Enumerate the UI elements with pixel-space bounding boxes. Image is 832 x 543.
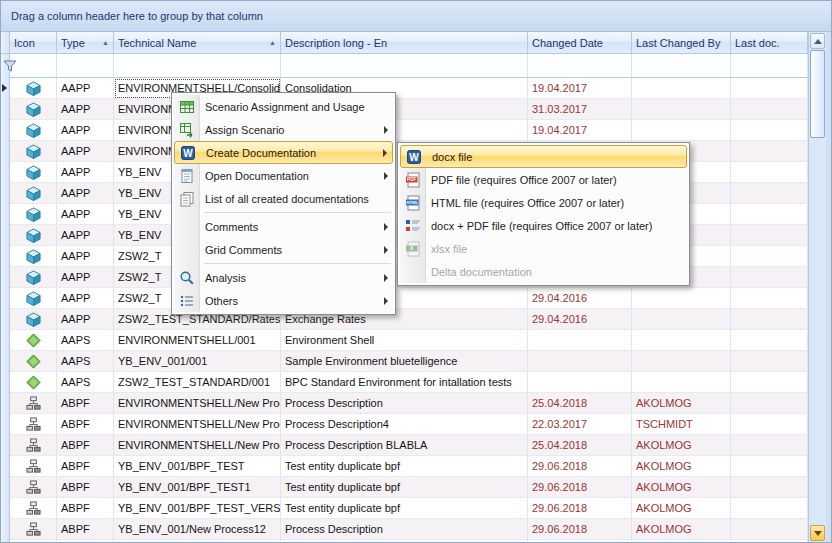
table-row[interactable]: ABPFENVIRONMENTSHELL/New Proc...Process … — [1, 435, 808, 456]
filter-cell-icon[interactable] — [10, 54, 57, 78]
cell-by[interactable] — [632, 330, 731, 351]
cell-type[interactable]: AAPP — [57, 267, 114, 288]
cell-icon[interactable] — [10, 141, 57, 162]
cell-doc[interactable] — [731, 78, 808, 99]
menu-item-assign-scenario[interactable]: Assign Scenario — [174, 118, 393, 141]
cell-by[interactable] — [632, 78, 731, 99]
column-header-changed-date[interactable]: Changed Date — [528, 32, 632, 54]
filter-cell-changed-date[interactable] — [528, 54, 632, 78]
cell-icon[interactable] — [10, 351, 57, 372]
menu-item-list-of-all-created-documentations[interactable]: List of all created documentations — [174, 187, 393, 210]
cell-type[interactable]: AAPP — [57, 288, 114, 309]
cell-icon[interactable] — [10, 78, 57, 99]
cell-name[interactable]: ENVIRONMENTSHELL/New Proc... — [114, 393, 281, 414]
cell-desc[interactable]: Environment Shell — [281, 330, 528, 351]
cell-doc[interactable] — [731, 498, 808, 519]
vertical-scrollbar[interactable] — [808, 32, 826, 542]
table-row[interactable]: ABPFYB_ENV_001/BPF_TESTTest entity dupli… — [1, 456, 808, 477]
column-header-description-long-en[interactable]: Description long - En — [281, 32, 528, 54]
cell-type[interactable]: AAPP — [57, 78, 114, 99]
menu-item-others[interactable]: Others — [174, 289, 393, 312]
cell-by[interactable] — [632, 120, 731, 141]
cell-desc[interactable]: Process Description BLABLA — [281, 435, 528, 456]
cell-doc[interactable] — [731, 456, 808, 477]
cell-icon[interactable] — [10, 309, 57, 330]
filter-cell-technical-name[interactable] — [114, 54, 281, 78]
filter-cell-description-long-en[interactable] — [281, 54, 528, 78]
cell-icon[interactable] — [10, 498, 57, 519]
cell-by[interactable] — [632, 351, 731, 372]
menu-item-scenario-assignment-and-usage[interactable]: Scenario Assignment and Usage — [174, 95, 393, 118]
filter-cell-last-doc[interactable] — [731, 54, 808, 78]
table-row[interactable]: ABPFENVIRONMENTSHELL/New Proc...Process … — [1, 414, 808, 435]
cell-icon[interactable] — [10, 99, 57, 120]
cell-icon[interactable] — [10, 288, 57, 309]
cell-type[interactable]: ABPF — [57, 414, 114, 435]
cell-date[interactable] — [528, 351, 632, 372]
cell-name[interactable]: YB_ENV_001/001 — [114, 351, 281, 372]
cell-name[interactable]: YB_ENV_001/New Process12 — [114, 519, 281, 540]
table-row[interactable]: AAPPENVIRONM31.03.2017 — [1, 99, 808, 120]
cell-by[interactable]: AKOLMOG — [632, 435, 731, 456]
cell-type[interactable]: AAPS — [57, 372, 114, 393]
column-header-icon[interactable]: Icon — [10, 32, 57, 54]
cell-type[interactable]: ABPF — [57, 540, 114, 542]
submenu-item-pdf-file-requires-office-2007-or-later[interactable]: PDFPDF file (requires Office 2007 or lat… — [400, 168, 687, 191]
cell-type[interactable]: AAPP — [57, 309, 114, 330]
cell-doc[interactable] — [731, 141, 808, 162]
cell-doc[interactable] — [731, 414, 808, 435]
cell-desc[interactable]: BPC Standard Environment for intallation… — [281, 372, 528, 393]
cell-by[interactable] — [632, 309, 731, 330]
cell-type[interactable]: AAPP — [57, 162, 114, 183]
table-row[interactable]: AAPPENVIRONM19.04.2017 — [1, 120, 808, 141]
cell-type[interactable]: AAPP — [57, 99, 114, 120]
cell-desc[interactable]: Sample Environment bluetelligence — [281, 351, 528, 372]
menu-item-create-documentation[interactable]: WCreate Documentation — [174, 141, 393, 164]
cell-type[interactable]: ABPF — [57, 519, 114, 540]
column-header-type[interactable]: Type▲ — [57, 32, 114, 54]
cell-date[interactable]: 29.06.2018 — [528, 519, 632, 540]
scrollbar-thumb[interactable] — [810, 50, 825, 138]
cell-date[interactable]: 29.06.2018 — [528, 498, 632, 519]
cell-name[interactable]: YB_ENV_001/BPF_TEST1 — [114, 477, 281, 498]
submenu-item-docx-pdf-file-requires-office-2007-or-later[interactable]: docx + PDF file (requires Office 2007 or… — [400, 214, 687, 237]
table-row[interactable]: AAPPZSW2_T29.04.2016 — [1, 288, 808, 309]
cell-desc[interactable] — [281, 540, 528, 542]
table-row[interactable]: ABPFYB_ENV_001/BPF_TEST1Test entity dupl… — [1, 477, 808, 498]
cell-doc[interactable] — [731, 288, 808, 309]
cell-doc[interactable] — [731, 246, 808, 267]
cell-icon[interactable] — [10, 540, 57, 542]
cell-type[interactable]: AAPP — [57, 141, 114, 162]
cell-date[interactable] — [528, 372, 632, 393]
cell-icon[interactable] — [10, 183, 57, 204]
cell-icon[interactable] — [10, 267, 57, 288]
cell-doc[interactable] — [731, 267, 808, 288]
cell-type[interactable]: AAPP — [57, 183, 114, 204]
cell-doc[interactable] — [731, 120, 808, 141]
cell-doc[interactable] — [731, 393, 808, 414]
menu-item-grid-comments[interactable]: Grid Comments — [174, 238, 393, 261]
cell-by[interactable] — [632, 288, 731, 309]
cell-date[interactable]: 25.04.2018 — [528, 435, 632, 456]
filter-cell-type[interactable] — [57, 54, 114, 78]
column-header-last-changed-by[interactable]: Last Changed By — [632, 32, 731, 54]
cell-doc[interactable] — [731, 435, 808, 456]
cell-type[interactable]: AAPP — [57, 225, 114, 246]
cell-icon[interactable] — [10, 330, 57, 351]
cell-type[interactable]: AAPS — [57, 351, 114, 372]
cell-by[interactable]: AKOLMOG — [632, 477, 731, 498]
cell-by[interactable] — [632, 540, 731, 542]
table-row[interactable]: AAPPENVIRONMENTSHELL/Consolidati...Conso… — [1, 78, 808, 99]
menu-item-open-documentation[interactable]: Open Documentation — [174, 164, 393, 187]
cell-doc[interactable] — [731, 519, 808, 540]
cell-date[interactable]: 31.03.2017 — [528, 99, 632, 120]
cell-name[interactable]: ENVIRONMENTSHELL/001 — [114, 330, 281, 351]
cell-by[interactable]: AKOLMOG — [632, 519, 731, 540]
cell-icon[interactable] — [10, 477, 57, 498]
filter-cell-last-changed-by[interactable] — [632, 54, 731, 78]
cell-icon[interactable] — [10, 435, 57, 456]
cell-desc[interactable]: Process Description4 — [281, 414, 528, 435]
cell-by[interactable]: AKOLMOG — [632, 456, 731, 477]
cell-doc[interactable] — [731, 225, 808, 246]
cell-date[interactable]: 29.04.2016 — [528, 309, 632, 330]
